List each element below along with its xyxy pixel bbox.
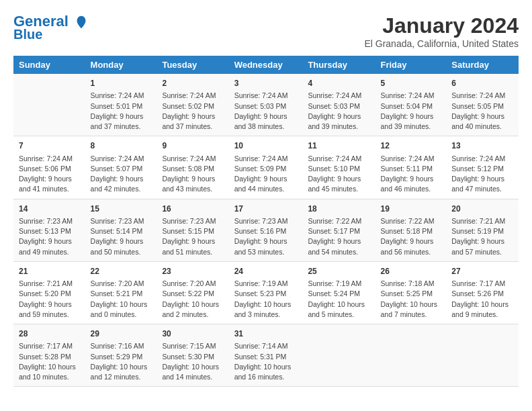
- col-friday: Friday: [375, 56, 446, 74]
- cell-w2-d2: 16Sunrise: 7:23 AM Sunset: 5:15 PM Dayli…: [157, 199, 228, 261]
- day-number: 31: [234, 328, 298, 340]
- day-number: 1: [91, 78, 152, 89]
- cell-w4-d2: 30Sunrise: 7:15 AM Sunset: 5:30 PM Dayli…: [157, 324, 228, 387]
- col-sunday: Sunday: [13, 56, 85, 74]
- cell-w1-d6: 13Sunrise: 7:24 AM Sunset: 5:12 PM Dayli…: [446, 136, 519, 199]
- month-title: January 2024: [364, 13, 519, 38]
- cell-w2-d0: 14Sunrise: 7:23 AM Sunset: 5:13 PM Dayli…: [13, 199, 85, 261]
- day-info: Sunrise: 7:23 AM Sunset: 5:16 PM Dayligh…: [234, 216, 298, 257]
- day-info: Sunrise: 7:20 AM Sunset: 5:21 PM Dayligh…: [91, 279, 152, 320]
- day-info: Sunrise: 7:21 AM Sunset: 5:20 PM Dayligh…: [19, 279, 80, 320]
- day-info: Sunrise: 7:22 AM Sunset: 5:17 PM Dayligh…: [308, 216, 369, 257]
- col-wednesday: Wednesday: [229, 56, 303, 74]
- cell-w3-d5: 26Sunrise: 7:18 AM Sunset: 5:25 PM Dayli…: [375, 261, 446, 324]
- day-number: 8: [91, 140, 152, 152]
- day-number: 16: [162, 203, 223, 215]
- day-info: Sunrise: 7:24 AM Sunset: 5:03 PM Dayligh…: [308, 91, 369, 132]
- cell-w2-d3: 17Sunrise: 7:23 AM Sunset: 5:16 PM Dayli…: [229, 199, 303, 261]
- week-row-1: 7Sunrise: 7:24 AM Sunset: 5:06 PM Daylig…: [13, 136, 519, 199]
- week-row-3: 21Sunrise: 7:21 AM Sunset: 5:20 PM Dayli…: [13, 261, 519, 324]
- day-info: Sunrise: 7:20 AM Sunset: 5:22 PM Dayligh…: [162, 279, 223, 320]
- cell-w3-d4: 25Sunrise: 7:19 AM Sunset: 5:24 PM Dayli…: [302, 261, 375, 324]
- day-info: Sunrise: 7:14 AM Sunset: 5:31 PM Dayligh…: [234, 341, 298, 382]
- cell-w0-d0: [13, 74, 85, 136]
- day-info: Sunrise: 7:21 AM Sunset: 5:19 PM Dayligh…: [451, 216, 513, 257]
- day-number: 21: [19, 266, 80, 277]
- day-number: 10: [234, 140, 298, 152]
- day-info: Sunrise: 7:24 AM Sunset: 5:02 PM Dayligh…: [162, 91, 223, 132]
- day-info: Sunrise: 7:24 AM Sunset: 5:07 PM Dayligh…: [91, 154, 152, 195]
- col-saturday: Saturday: [446, 56, 519, 74]
- cell-w1-d4: 11Sunrise: 7:24 AM Sunset: 5:10 PM Dayli…: [302, 136, 375, 199]
- cell-w0-d1: 1Sunrise: 7:24 AM Sunset: 5:01 PM Daylig…: [85, 74, 157, 136]
- day-number: 2: [162, 78, 223, 89]
- day-number: 24: [234, 266, 298, 277]
- day-number: 11: [308, 140, 369, 152]
- day-number: 9: [162, 140, 223, 152]
- day-number: 30: [162, 328, 223, 340]
- day-number: 14: [19, 203, 80, 215]
- cell-w2-d5: 19Sunrise: 7:22 AM Sunset: 5:18 PM Dayli…: [375, 199, 446, 261]
- cell-w1-d0: 7Sunrise: 7:24 AM Sunset: 5:06 PM Daylig…: [13, 136, 85, 199]
- cell-w4-d3: 31Sunrise: 7:14 AM Sunset: 5:31 PM Dayli…: [229, 324, 303, 387]
- cell-w1-d3: 10Sunrise: 7:24 AM Sunset: 5:09 PM Dayli…: [229, 136, 303, 199]
- day-info: Sunrise: 7:17 AM Sunset: 5:26 PM Dayligh…: [451, 279, 513, 320]
- day-info: Sunrise: 7:19 AM Sunset: 5:24 PM Dayligh…: [308, 279, 369, 320]
- title-block: January 2024 El Granada, California, Uni…: [364, 13, 519, 49]
- cell-w0-d3: 3Sunrise: 7:24 AM Sunset: 5:03 PM Daylig…: [229, 74, 303, 136]
- cell-w3-d6: 27Sunrise: 7:17 AM Sunset: 5:26 PM Dayli…: [446, 261, 519, 324]
- cell-w2-d6: 20Sunrise: 7:21 AM Sunset: 5:19 PM Dayli…: [446, 199, 519, 261]
- location: El Granada, California, United States: [364, 38, 519, 49]
- day-info: Sunrise: 7:19 AM Sunset: 5:23 PM Dayligh…: [234, 279, 298, 320]
- cell-w2-d1: 15Sunrise: 7:23 AM Sunset: 5:14 PM Dayli…: [85, 199, 157, 261]
- cell-w4-d5: [375, 324, 446, 387]
- day-info: Sunrise: 7:24 AM Sunset: 5:12 PM Dayligh…: [451, 154, 513, 195]
- day-info: Sunrise: 7:18 AM Sunset: 5:25 PM Dayligh…: [380, 279, 441, 320]
- day-info: Sunrise: 7:23 AM Sunset: 5:14 PM Dayligh…: [91, 216, 152, 257]
- cell-w1-d2: 9Sunrise: 7:24 AM Sunset: 5:08 PM Daylig…: [157, 136, 228, 199]
- day-number: 13: [451, 140, 513, 152]
- week-row-0: 1Sunrise: 7:24 AM Sunset: 5:01 PM Daylig…: [13, 74, 519, 136]
- day-info: Sunrise: 7:24 AM Sunset: 5:11 PM Dayligh…: [380, 154, 441, 195]
- day-info: Sunrise: 7:24 AM Sunset: 5:03 PM Dayligh…: [234, 91, 298, 132]
- calendar-table: Sunday Monday Tuesday Wednesday Thursday…: [13, 56, 519, 387]
- cell-w1-d1: 8Sunrise: 7:24 AM Sunset: 5:07 PM Daylig…: [85, 136, 157, 199]
- day-number: 6: [451, 78, 513, 89]
- day-number: 12: [380, 140, 441, 152]
- day-number: 3: [234, 78, 298, 89]
- cell-w3-d2: 23Sunrise: 7:20 AM Sunset: 5:22 PM Dayli…: [157, 261, 228, 324]
- logo: General Blue: [13, 13, 89, 42]
- header-row: Sunday Monday Tuesday Wednesday Thursday…: [13, 56, 519, 74]
- day-info: Sunrise: 7:24 AM Sunset: 5:01 PM Dayligh…: [91, 91, 152, 132]
- cell-w2-d4: 18Sunrise: 7:22 AM Sunset: 5:17 PM Dayli…: [302, 199, 375, 261]
- day-number: 28: [19, 328, 80, 340]
- cell-w4-d4: [302, 324, 375, 387]
- week-row-2: 14Sunrise: 7:23 AM Sunset: 5:13 PM Dayli…: [13, 199, 519, 261]
- day-number: 27: [451, 266, 513, 277]
- cell-w4-d6: [446, 324, 519, 387]
- cell-w0-d2: 2Sunrise: 7:24 AM Sunset: 5:02 PM Daylig…: [157, 74, 228, 136]
- day-number: 5: [380, 78, 441, 89]
- logo-icon: [74, 15, 89, 30]
- day-info: Sunrise: 7:17 AM Sunset: 5:28 PM Dayligh…: [19, 341, 80, 382]
- cell-w0-d5: 5Sunrise: 7:24 AM Sunset: 5:04 PM Daylig…: [375, 74, 446, 136]
- day-info: Sunrise: 7:16 AM Sunset: 5:29 PM Dayligh…: [91, 341, 152, 382]
- day-number: 4: [308, 78, 369, 89]
- cell-w0-d4: 4Sunrise: 7:24 AM Sunset: 5:03 PM Daylig…: [302, 74, 375, 136]
- day-number: 15: [91, 203, 152, 215]
- day-info: Sunrise: 7:15 AM Sunset: 5:30 PM Dayligh…: [162, 341, 223, 382]
- day-info: Sunrise: 7:24 AM Sunset: 5:09 PM Dayligh…: [234, 154, 298, 195]
- day-info: Sunrise: 7:24 AM Sunset: 5:08 PM Dayligh…: [162, 154, 223, 195]
- cell-w3-d1: 22Sunrise: 7:20 AM Sunset: 5:21 PM Dayli…: [85, 261, 157, 324]
- day-number: 22: [91, 266, 152, 277]
- col-tuesday: Tuesday: [157, 56, 228, 74]
- col-thursday: Thursday: [302, 56, 375, 74]
- day-info: Sunrise: 7:24 AM Sunset: 5:10 PM Dayligh…: [308, 154, 369, 195]
- page-header: General Blue January 2024 El Granada, Ca…: [13, 13, 519, 49]
- day-number: 19: [380, 203, 441, 215]
- day-number: 17: [234, 203, 298, 215]
- day-info: Sunrise: 7:23 AM Sunset: 5:13 PM Dayligh…: [19, 216, 80, 257]
- cell-w4-d0: 28Sunrise: 7:17 AM Sunset: 5:28 PM Dayli…: [13, 324, 85, 387]
- day-info: Sunrise: 7:24 AM Sunset: 5:06 PM Dayligh…: [19, 154, 80, 195]
- day-number: 25: [308, 266, 369, 277]
